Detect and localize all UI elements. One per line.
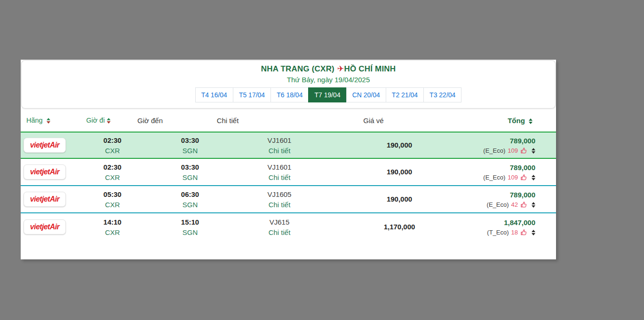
date-tab-T3-22-04[interactable]: T3 22/04 — [423, 87, 461, 102]
likes-count: 42 — [511, 201, 518, 209]
detail-cell: VJ1601 Chi tiết — [228, 135, 331, 156]
fare-value: 190,000 — [331, 166, 468, 177]
detail-link[interactable]: Chi tiết — [228, 172, 331, 182]
fare-class-label: (E_Eco) — [483, 173, 505, 182]
thumbs-up-icon — [520, 229, 527, 236]
airline-cell: vietjetAir — [21, 219, 72, 234]
depart-time: 05:30 — [72, 189, 152, 200]
fare-value: 1,170,000 — [331, 221, 468, 232]
fare-value: 190,000 — [331, 140, 468, 150]
vietjet-logo: vietjetAir — [24, 164, 66, 180]
flight-number: VJ1601 — [228, 162, 331, 172]
date-tab-T4-16-04[interactable]: T4 16/04 — [195, 87, 233, 102]
row-sort-icon[interactable] — [532, 175, 535, 180]
column-header-arrive: Giờ đến — [119, 117, 181, 125]
arrive-cell: 03:30 SGN — [152, 162, 228, 182]
depart-cell: 02:30 CXR — [72, 135, 152, 156]
date-tabs: T4 16/04T5 17/04T6 18/04T7 19/04CN 20/04… — [195, 87, 462, 102]
depart-cell: 05:30 CXR — [72, 189, 152, 210]
detail-cell: VJ615 Chi tiết — [228, 217, 331, 237]
depart-cell: 02:30 CXR — [72, 162, 152, 182]
column-header-depart[interactable]: Giờ đi — [77, 117, 119, 124]
likes-count: 109 — [508, 173, 518, 182]
arrive-cell: 06:30 SGN — [152, 189, 228, 210]
flight-row[interactable]: vietjetAir 02:30 CXR 03:30 SGN VJ1601 Ch… — [21, 159, 556, 186]
depart-time: 02:30 — [72, 135, 152, 146]
arrive-time: 06:30 — [152, 189, 228, 200]
detail-cell: VJ1605 Chi tiết — [228, 189, 331, 210]
fare-value: 190,000 — [331, 194, 468, 204]
column-header-arrive-label: Giờ đến — [137, 117, 163, 125]
thumbs-up-icon — [520, 174, 527, 181]
total-value: 789,000 — [468, 162, 535, 173]
flight-number: VJ1601 — [228, 135, 331, 146]
date-tab-T5-17-04[interactable]: T5 17/04 — [233, 87, 271, 102]
date-tab-T7-19-04[interactable]: T7 19/04 — [308, 87, 346, 102]
column-header-detail-label: Chi tiết — [217, 117, 239, 125]
flight-row[interactable]: vietjetAir 02:30 CXR 03:30 SGN VJ1601 Ch… — [21, 132, 556, 159]
column-header-airline[interactable]: Hãng — [21, 117, 77, 124]
column-header-fare: Giá vé — [275, 117, 472, 125]
detail-link[interactable]: Chi tiết — [228, 227, 331, 237]
date-tab-T2-21-04[interactable]: T2 21/04 — [386, 87, 424, 102]
depart-cell: 14:10 CXR — [72, 217, 152, 237]
thumbs-up-icon — [520, 147, 527, 154]
route-title: NHA TRANG (CXR)✈HỒ CHÍ MINH — [102, 64, 555, 74]
airline-cell: vietjetAir — [21, 138, 72, 153]
airline-cell: vietjetAir — [21, 192, 72, 207]
total-cell: 789,000 (E_Eco) 109 — [468, 162, 556, 181]
column-header-detail: Chi tiết — [181, 117, 275, 125]
column-header-total[interactable]: Tổng — [472, 117, 556, 125]
route-to-label: HỒ CHÍ MINH — [344, 64, 396, 73]
flight-row[interactable]: vietjetAir 05:30 CXR 06:30 SGN VJ1605 Ch… — [21, 186, 556, 213]
row-sort-icon[interactable] — [532, 202, 535, 208]
airline-cell: vietjetAir — [21, 164, 72, 180]
arrive-airport-code: SGN — [152, 227, 228, 237]
depart-airport-code: CXR — [72, 172, 152, 182]
total-cell: 789,000 (E_Eco) 42 — [468, 189, 556, 209]
column-header-airline-label: Hãng — [26, 117, 43, 124]
fare-class-label: (E_Eco) — [487, 201, 509, 209]
flight-row[interactable]: vietjetAir 14:10 CXR 15:10 SGN VJ615 Chi… — [21, 213, 556, 241]
date-tab-CN-20-04[interactable]: CN 20/04 — [346, 87, 386, 102]
sort-icon-total[interactable] — [529, 118, 533, 124]
vietjet-logo: vietjetAir — [24, 219, 66, 234]
row-sort-icon[interactable] — [532, 148, 535, 154]
flight-rows: vietjetAir 02:30 CXR 03:30 SGN VJ1601 Ch… — [21, 132, 556, 241]
arrive-time: 03:30 — [152, 135, 228, 146]
route-date-label: Thứ Bảy, ngày 19/04/2025 — [102, 76, 555, 84]
arrive-airport-code: SGN — [152, 146, 228, 156]
route-from-label: NHA TRANG (CXR) — [261, 64, 334, 73]
column-header-total-label: Tổng — [508, 117, 525, 125]
depart-airport-code: CXR — [72, 200, 152, 210]
fare-class-label: (E_Eco) — [483, 147, 505, 155]
likes-count: 109 — [508, 147, 518, 155]
flight-number: VJ615 — [228, 217, 331, 227]
arrive-airport-code: SGN — [152, 200, 228, 210]
depart-airport-code: CXR — [72, 146, 152, 156]
sort-icon-airline[interactable] — [47, 118, 50, 124]
row-sort-icon[interactable] — [532, 230, 535, 235]
sort-icon-depart[interactable] — [107, 118, 111, 124]
table-header-row: Hãng Giờ đi Giờ đến Chi tiết Giá vé Tổng — [21, 109, 556, 132]
arrive-cell: 15:10 SGN — [152, 217, 228, 237]
total-value: 789,000 — [468, 189, 535, 200]
depart-airport-code: CXR — [72, 227, 152, 237]
column-header-fare-label: Giá vé — [363, 117, 383, 125]
total-value: 1,847,000 — [468, 217, 535, 228]
vietjet-logo: vietjetAir — [24, 138, 66, 153]
plane-icon: ✈ — [337, 64, 344, 73]
total-cell: 1,847,000 (T_Eco) 18 — [468, 217, 556, 236]
fare-cell: 190,000 — [331, 166, 468, 177]
detail-link[interactable]: Chi tiết — [228, 200, 331, 210]
date-tab-T6-18-04[interactable]: T6 18/04 — [270, 87, 309, 102]
column-header-depart-label: Giờ đi — [86, 117, 104, 124]
total-value: 789,000 — [468, 135, 535, 146]
route-header-card: NHA TRANG (CXR)✈HỒ CHÍ MINH Thứ Bảy, ngà… — [21, 60, 556, 109]
arrive-time: 03:30 — [152, 162, 228, 172]
fare-cell: 190,000 — [331, 194, 468, 204]
vietjet-logo: vietjetAir — [24, 192, 66, 207]
detail-link[interactable]: Chi tiết — [228, 146, 331, 156]
detail-cell: VJ1601 Chi tiết — [228, 162, 331, 182]
total-cell: 789,000 (E_Eco) 109 — [468, 135, 556, 155]
